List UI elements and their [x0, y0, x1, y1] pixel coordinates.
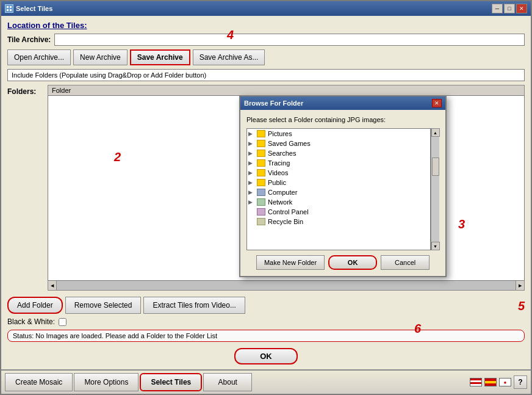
status-row: Status: No Images are loaded. Please add… [7, 330, 525, 342]
window-title: Select Tiles [16, 5, 52, 12]
save-archive-button[interactable]: Save Archive [130, 49, 190, 65]
dialog-scrollbar[interactable]: ▲ ▼ [431, 128, 439, 250]
svg-rect-1 [10, 6, 12, 8]
title-bar-left: Select Tiles [5, 4, 52, 13]
dialog-buttons: Make New Folder OK Cancel [246, 255, 439, 270]
main-body: 4 2 5 6 Location of the Tiles: Tile Arch… [1, 16, 531, 369]
dialog-title: Browse For Folder [244, 100, 303, 107]
dialog-tree[interactable]: ▶ Pictures ▶ Saved Games [246, 128, 431, 250]
app-icon [5, 4, 13, 13]
scroll-thumb[interactable] [432, 158, 439, 176]
tile-archive-row: Tile Archive: [7, 34, 525, 46]
expand-icon: ▶ [248, 179, 254, 186]
tree-item-label: Videos [268, 169, 288, 176]
minimize-button[interactable]: ─ [492, 4, 503, 13]
tree-item-label: Saved Games [268, 140, 311, 147]
folder-list-header: Folder [48, 85, 525, 95]
network-icon [257, 198, 265, 206]
status-text: Status: No Images are loaded. Please add… [13, 332, 217, 339]
horizontal-scrollbar[interactable]: ◀ ▶ [48, 281, 525, 291]
tree-item-label: Recycle Bin [268, 218, 303, 225]
action-buttons-row: Add Folder Remove Selected Extract Tiles… [7, 297, 525, 314]
section-title: Location of the Tiles: [7, 21, 525, 30]
expand-icon: ▶ [248, 150, 254, 156]
save-archive-as-button[interactable]: Save Archive As... [193, 49, 265, 65]
folder-icon [257, 159, 265, 167]
tree-item-label: Control Panel [268, 208, 309, 216]
make-new-folder-button[interactable]: Make New Folder [256, 255, 325, 270]
expand-icon: ▶ [248, 189, 254, 195]
add-folder-button[interactable]: Add Folder [7, 297, 63, 314]
title-bar: Select Tiles ─ □ ✕ [1, 1, 531, 16]
tree-item-label: Public [268, 179, 286, 186]
tree-item-label: Pictures [268, 130, 292, 137]
expand-icon: ▶ [248, 170, 254, 176]
tree-item-searches[interactable]: ▶ Searches [247, 148, 430, 158]
tree-item-computer[interactable]: ▶ Computer [247, 187, 430, 197]
scroll-down-arrow[interactable]: ▼ [431, 242, 440, 250]
tree-item-public[interactable]: ▶ Public [247, 178, 430, 187]
expand-icon: ▶ [248, 140, 254, 147]
remove-selected-button[interactable]: Remove Selected [65, 297, 142, 314]
extract-tiles-button[interactable]: Extract Tiles from Video... [143, 297, 245, 314]
tree-item-label: Network [268, 198, 292, 206]
bw-label: Black & White: [7, 317, 55, 326]
taskbar-right: ? [470, 375, 527, 389]
flag-es-icon[interactable] [484, 378, 497, 386]
scroll-track[interactable] [57, 281, 516, 290]
tree-item-label: Searches [268, 150, 296, 157]
title-bar-controls: ─ □ ✕ [492, 4, 527, 13]
open-archive-button[interactable]: Open Archive... [7, 49, 71, 65]
expand-icon: ▶ [248, 199, 254, 205]
ok-main-button[interactable]: OK [234, 348, 298, 364]
taskbar: Create Mosaic More Options Select Tiles … [1, 369, 531, 394]
expand-icon [248, 209, 254, 215]
taskbar-select-tiles[interactable]: Select Tiles [140, 373, 202, 391]
tree-item-videos[interactable]: ▶ Videos [247, 168, 430, 178]
svg-rect-0 [7, 6, 9, 8]
scroll-up-arrow[interactable]: ▲ [431, 128, 440, 137]
dialog-ok-button[interactable]: OK [328, 255, 377, 270]
dialog-cancel-button[interactable]: Cancel [381, 255, 430, 270]
search-folder-icon [257, 150, 265, 157]
computer-icon [257, 189, 265, 196]
dialog-close-button[interactable]: ✕ [432, 99, 442, 107]
tree-item-label: Tracing [268, 159, 290, 167]
close-button[interactable]: ✕ [516, 4, 527, 13]
taskbar-about[interactable]: About [203, 373, 252, 391]
folder-icon [257, 179, 265, 186]
tile-archive-label: Tile Archive: [7, 35, 51, 44]
scroll-right-arrow[interactable]: ▶ [516, 281, 524, 290]
taskbar-more-options[interactable]: More Options [74, 373, 138, 391]
scroll-track[interactable] [432, 137, 439, 242]
flag-us-icon[interactable] [470, 378, 482, 386]
tree-item-control-panel[interactable]: Control Panel [247, 207, 430, 217]
tile-archive-input[interactable] [54, 34, 525, 46]
dialog-content: Please select a Folder containing JPG im… [240, 110, 445, 276]
expand-icon: ▶ [248, 160, 254, 166]
tree-item-saved-games[interactable]: ▶ Saved Games [247, 139, 430, 148]
folders-label: Folders: [7, 85, 44, 291]
flag-jp-icon[interactable] [499, 378, 511, 386]
control-panel-icon [257, 208, 265, 216]
tree-item-tracing[interactable]: ▶ Tracing [247, 158, 430, 168]
tree-item-recycle-bin[interactable]: Recycle Bin [247, 217, 430, 226]
svg-rect-3 [10, 9, 12, 11]
dialog-tree-list: ▶ Pictures ▶ Saved Games [247, 129, 430, 250]
taskbar-create-mosaic[interactable]: Create Mosaic [5, 373, 73, 391]
folder-icon [257, 130, 265, 137]
dialog-prompt: Please select a Folder containing JPG im… [246, 116, 439, 123]
main-window: Select Tiles ─ □ ✕ 4 2 5 6 Location of t… [0, 0, 532, 395]
dialog-tree-container: ▶ Pictures ▶ Saved Games [246, 128, 439, 250]
dialog-title-bar: Browse For Folder ✕ [240, 96, 445, 110]
svg-rect-2 [7, 9, 9, 11]
scroll-left-arrow[interactable]: ◀ [48, 281, 57, 290]
help-button[interactable]: ? [514, 375, 527, 389]
tree-item-pictures[interactable]: ▶ Pictures [247, 129, 430, 139]
tree-item-network[interactable]: ▶ Network [247, 197, 430, 207]
recycle-bin-icon [257, 218, 265, 225]
archive-buttons-row: Open Archive... New Archive Save Archive… [7, 49, 525, 65]
maximize-button[interactable]: □ [504, 4, 515, 13]
new-archive-button[interactable]: New Archive [73, 49, 128, 65]
bw-checkbox[interactable] [59, 318, 66, 326]
